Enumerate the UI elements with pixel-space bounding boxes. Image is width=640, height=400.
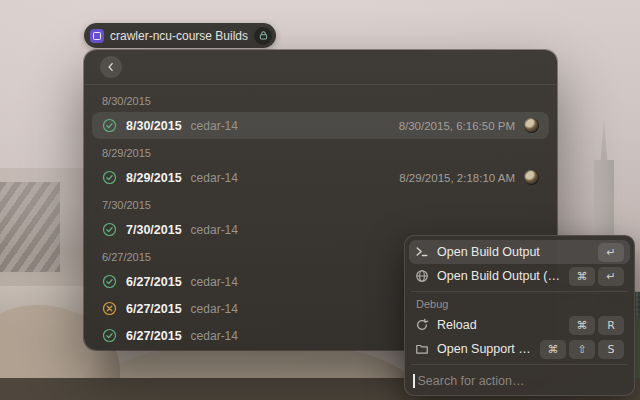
action-search-input[interactable]: Search for action… bbox=[409, 368, 630, 391]
success-icon bbox=[102, 170, 117, 185]
reload-icon bbox=[415, 318, 429, 332]
action-label: Open Build Output (Web) bbox=[437, 269, 561, 283]
build-stack: cedar-14 bbox=[191, 171, 238, 185]
build-date: 8/30/2015 bbox=[126, 119, 182, 133]
failed-icon bbox=[102, 301, 117, 316]
build-stack: cedar-14 bbox=[191, 302, 238, 316]
back-button[interactable] bbox=[100, 56, 122, 78]
build-date: 7/30/2015 bbox=[126, 223, 182, 237]
text-caret bbox=[413, 374, 415, 388]
keycap-s: S bbox=[598, 340, 624, 359]
user-avatar bbox=[524, 118, 539, 133]
keycap-command: ⌘ bbox=[569, 267, 595, 286]
globe-icon bbox=[415, 269, 429, 283]
action-open-build-output-web[interactable]: Open Build Output (Web) ⌘ ↵ bbox=[409, 264, 630, 288]
keycap-r: R bbox=[598, 316, 624, 335]
build-date: 6/27/2015 bbox=[126, 275, 182, 289]
lock-badge bbox=[254, 27, 272, 45]
build-stack: cedar-14 bbox=[191, 329, 238, 343]
keycap-command: ⌘ bbox=[569, 316, 595, 335]
action-open-support-directory[interactable]: Open Support Directory ⌘ ⇧ S bbox=[409, 337, 630, 361]
success-icon bbox=[102, 274, 117, 289]
build-stack: cedar-14 bbox=[191, 223, 238, 237]
build-row[interactable]: 8/29/2015 cedar-14 8/29/2015, 2:18:10 AM bbox=[92, 164, 549, 191]
panel-divider bbox=[411, 364, 628, 365]
keycap-command: ⌘ bbox=[540, 340, 566, 359]
panel-divider bbox=[411, 291, 628, 292]
list-section-header: 8/30/2015 bbox=[92, 87, 549, 112]
extension-icon bbox=[90, 29, 104, 43]
list-section-header: 7/30/2015 bbox=[92, 191, 549, 216]
build-date: 8/29/2015 bbox=[126, 171, 182, 185]
desktop: crawler-ncu-course Builds 8/30/2015 8/ bbox=[0, 0, 640, 400]
build-date: 6/27/2015 bbox=[126, 302, 182, 316]
panel-section-debug: Debug bbox=[409, 295, 630, 313]
build-stack: cedar-14 bbox=[191, 275, 238, 289]
folder-icon bbox=[415, 342, 429, 356]
search-placeholder: Search for action… bbox=[418, 374, 525, 388]
build-timestamp: 8/30/2015, 6:16:50 PM bbox=[399, 120, 515, 132]
list-section-header: 8/29/2015 bbox=[92, 139, 549, 164]
build-timestamp: 8/29/2015, 2:18:10 AM bbox=[399, 172, 515, 184]
window-header bbox=[84, 50, 557, 85]
build-stack: cedar-14 bbox=[191, 119, 238, 133]
success-icon bbox=[102, 222, 117, 237]
build-row[interactable]: 8/30/2015 cedar-14 8/30/2015, 6:16:50 PM bbox=[92, 112, 549, 139]
user-avatar bbox=[524, 170, 539, 185]
success-icon bbox=[102, 118, 117, 133]
lock-icon bbox=[258, 30, 269, 41]
action-label: Open Build Output bbox=[437, 245, 590, 259]
chevron-left-icon bbox=[105, 61, 117, 73]
action-label: Open Support Directory bbox=[437, 342, 532, 356]
action-label: Reload bbox=[437, 318, 561, 332]
window-title: crawler-ncu-course Builds bbox=[110, 29, 248, 43]
keycap-return: ↵ bbox=[598, 267, 624, 286]
action-panel: Open Build Output ↵ Open Build Output (W… bbox=[404, 235, 635, 396]
success-icon bbox=[102, 328, 117, 343]
window-title-pill[interactable]: crawler-ncu-course Builds bbox=[84, 23, 276, 48]
keycap-return: ↵ bbox=[598, 243, 624, 262]
keycap-shift: ⇧ bbox=[569, 340, 595, 359]
terminal-icon bbox=[415, 245, 429, 259]
build-date: 6/27/2015 bbox=[126, 329, 182, 343]
action-open-build-output[interactable]: Open Build Output ↵ bbox=[409, 240, 630, 264]
wallpaper-stairs bbox=[0, 182, 60, 272]
action-reload[interactable]: Reload ⌘ R bbox=[409, 313, 630, 337]
